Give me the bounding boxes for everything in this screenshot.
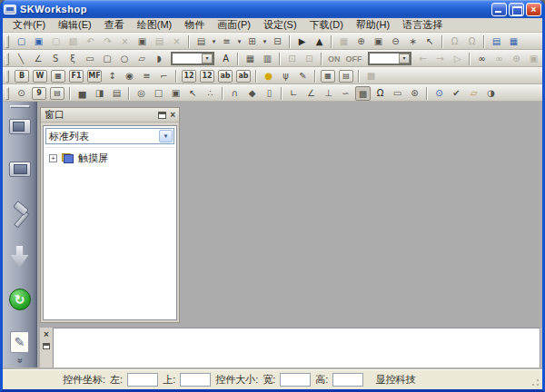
menu-item-edit[interactable]: 编辑(E) xyxy=(52,17,98,33)
chevron-down-icon[interactable]: ▾ xyxy=(399,54,410,64)
sidebar-grip[interactable] xyxy=(10,105,30,108)
picture-library-icon[interactable]: ▤ xyxy=(489,34,504,49)
tree-expander-icon[interactable]: + xyxy=(49,154,57,162)
freeline-tool-icon[interactable]: ξ xyxy=(65,52,81,66)
size-width-input[interactable] xyxy=(280,373,311,387)
touch-trigger-icon[interactable]: ↖ xyxy=(185,86,201,101)
delete-icon[interactable]: × xyxy=(117,34,133,49)
grid-icon[interactable]: ▦ xyxy=(336,34,352,49)
menu-item-help[interactable]: 帮助(H) xyxy=(350,17,396,33)
menu-item-file[interactable]: 文件(F) xyxy=(6,17,52,33)
toolbar-grip[interactable] xyxy=(5,70,9,83)
gear-icon[interactable]: ⊛ xyxy=(407,86,422,101)
layer-icon[interactable]: ▤ xyxy=(193,34,209,49)
list-type-combo[interactable]: 标准列表 ▼ xyxy=(45,128,174,144)
align-icon[interactable]: ≡ xyxy=(219,34,234,49)
animation-icon[interactable]: ψ xyxy=(278,69,293,83)
paste-screen-icon[interactable]: ▤ xyxy=(152,34,167,49)
screen-button-icon[interactable]: ▦ xyxy=(51,70,65,83)
frame-icon[interactable]: □ xyxy=(151,86,166,101)
close-frame-icon[interactable]: ⊡ xyxy=(302,52,317,66)
data-check-icon[interactable]: ✔ xyxy=(449,86,464,101)
open-frame-icon[interactable]: ⊡ xyxy=(284,52,300,66)
time-display-icon[interactable]: ⊙ xyxy=(14,86,29,101)
pie-display-icon[interactable]: ◑ xyxy=(483,86,499,101)
chevron-down-icon[interactable]: ▾ xyxy=(202,54,213,64)
xy-chart-icon[interactable]: ∠ xyxy=(303,86,319,101)
toolbar-grip[interactable] xyxy=(5,87,9,100)
keyboard-icon[interactable]: ▩ xyxy=(363,69,379,83)
function-button-icon[interactable]: F1 xyxy=(69,70,84,83)
toolbar-grip[interactable] xyxy=(5,35,9,48)
resize-grip[interactable] xyxy=(529,376,540,387)
title-bar[interactable]: SKWorkshop × xyxy=(0,0,545,18)
alarm-bell-icon[interactable]: Ω xyxy=(372,86,388,101)
save-icon[interactable]: ▣ xyxy=(31,34,46,49)
parallelogram-tool-icon[interactable]: ▱ xyxy=(134,52,150,66)
menu-item-draw[interactable]: 绘图(M) xyxy=(131,17,179,33)
scale-tool-icon[interactable]: ▥ xyxy=(260,52,275,66)
word-button-icon[interactable]: W xyxy=(33,70,47,83)
zoom-actual-icon[interactable]: ▣ xyxy=(371,34,386,49)
screens-overlay-icon[interactable]: ▣ xyxy=(168,86,183,101)
slide-switch-icon[interactable]: ⌐ xyxy=(156,69,172,83)
ascii-input-icon[interactable]: ab xyxy=(236,70,251,83)
layer-dropdown-icon[interactable]: ▾ xyxy=(210,38,218,45)
week-display-icon[interactable]: ▤ xyxy=(50,87,64,100)
align-dropdown-icon[interactable]: ▾ xyxy=(235,38,243,45)
zoom-out-icon[interactable]: ⊖ xyxy=(388,34,403,49)
address-view-icon[interactable]: ▣ xyxy=(526,52,541,66)
timer-icon[interactable]: ⊙ xyxy=(431,86,447,101)
multi-function-button-icon[interactable]: MF xyxy=(87,70,102,83)
meter-icon[interactable]: ∩ xyxy=(227,86,243,101)
minimize-button[interactable] xyxy=(491,3,507,16)
numeric-display-icon[interactable]: 12 xyxy=(182,70,196,83)
sidebar-hmi-screen-button[interactable] xyxy=(5,115,35,142)
rect-tool-icon[interactable]: ▭ xyxy=(83,52,98,66)
find-zoom-icon[interactable]: ⊕ xyxy=(509,52,524,66)
sidebar-build-button[interactable] xyxy=(5,201,35,228)
window-panel-header[interactable]: 窗口 × xyxy=(41,108,179,122)
data-group-chart-icon[interactable]: ∽ xyxy=(338,86,353,101)
prev-state-icon[interactable]: ← xyxy=(415,52,431,66)
group-icon[interactable]: ⊟ xyxy=(270,34,285,49)
keypad-icon[interactable]: ▩ xyxy=(355,86,371,101)
sidebar-simulate-button[interactable]: ↻ xyxy=(5,286,35,313)
close-output-icon[interactable]: × xyxy=(40,330,53,339)
rounded-rect-tool-icon[interactable]: ▢ xyxy=(100,52,115,66)
size-height-input[interactable] xyxy=(332,373,363,387)
size-icon[interactable]: ⊞ xyxy=(244,34,260,49)
simulate-icon[interactable]: ▲ xyxy=(312,34,327,49)
indicator-lamp-icon[interactable]: ● xyxy=(261,69,276,83)
close-pane-icon[interactable]: × xyxy=(170,112,175,119)
recipe-icon[interactable]: ▱ xyxy=(466,86,481,101)
line-tool-icon[interactable]: ╲ xyxy=(14,52,29,66)
ellipse-tool-icon[interactable]: ○ xyxy=(117,52,133,66)
zoom-in-icon[interactable]: ⊕ xyxy=(353,34,369,49)
date-display-icon[interactable]: 9 xyxy=(32,87,46,100)
size-dropdown-icon[interactable]: ▾ xyxy=(261,38,269,45)
copy-screen-icon[interactable]: ▣ xyxy=(134,34,150,49)
sidebar-hmi-device-button[interactable] xyxy=(5,158,35,185)
fan-icon[interactable]: ◆ xyxy=(244,86,260,101)
text-tool-icon[interactable]: A xyxy=(218,52,233,66)
coord-top-input[interactable] xyxy=(180,373,211,387)
unlock-icon[interactable]: Ω xyxy=(464,34,480,49)
table-tool-icon[interactable]: ▦ xyxy=(243,52,258,66)
open-icon[interactable]: ▢ xyxy=(48,34,64,49)
sidebar-download-button[interactable] xyxy=(5,243,35,270)
state-combo[interactable]: ▾ xyxy=(368,52,411,65)
text-display-icon[interactable]: ▭ xyxy=(390,86,405,101)
message-board-icon[interactable]: ▤ xyxy=(339,70,353,83)
pan-hand-icon[interactable]: ∗ xyxy=(405,34,421,49)
ascii-display-icon[interactable]: ab xyxy=(218,70,233,83)
line-width-combo[interactable]: ▾ xyxy=(171,52,214,65)
float-pane-icon[interactable] xyxy=(158,112,166,119)
close-button[interactable]: × xyxy=(526,3,541,16)
slider-icon[interactable]: ▯ xyxy=(262,86,277,101)
chevron-down-icon[interactable]: ▼ xyxy=(159,130,173,142)
maximize-button[interactable] xyxy=(509,3,524,16)
bit-button-icon[interactable]: B xyxy=(15,70,29,83)
list-box-icon[interactable]: ≡ xyxy=(139,69,154,83)
flow-block-icon[interactable]: ∴ xyxy=(203,86,218,101)
